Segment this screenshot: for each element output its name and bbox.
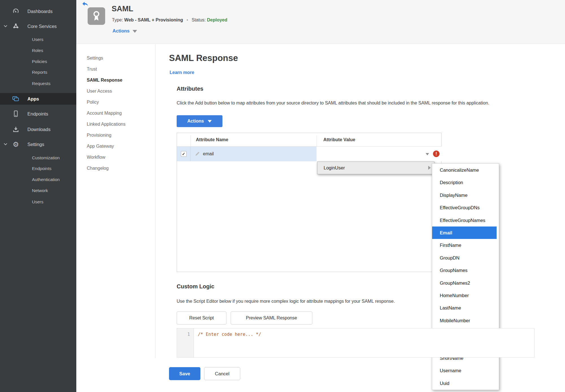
type-value: Web - SAML + Provisioning — [124, 18, 183, 22]
sidebar-item-authentication[interactable]: Authentication — [0, 175, 76, 184]
menu-item-groupdn[interactable]: GroupDN — [432, 252, 499, 264]
save-button[interactable]: Save — [169, 367, 200, 380]
sidebar-item-core-services[interactable]: Core Services — [0, 22, 76, 31]
custom-logic-description: Use the Script Editor below if you requi… — [177, 299, 395, 304]
sidebar: Dashboards Core Services Users Roles Pol… — [0, 0, 76, 392]
tab-trust[interactable]: Trust — [87, 64, 125, 75]
section-title: SAML Response — [169, 53, 238, 63]
sidebar-item-policies[interactable]: Policies — [0, 57, 76, 66]
learn-more-link[interactable]: Learn more — [170, 70, 194, 75]
reset-script-button[interactable]: Reset Script — [177, 312, 226, 325]
gauge-icon — [12, 7, 20, 15]
table-header: Attribute Name Attribute Value — [177, 133, 441, 147]
sidebar-item-downloads[interactable]: Downloads — [0, 125, 76, 134]
custom-logic-heading: Custom Logic — [177, 283, 214, 290]
menu-item-mobilenumber[interactable]: MobileNumber — [432, 314, 499, 327]
sidebar-item-settings[interactable]: ⚙ Settings — [0, 140, 76, 149]
caret-down-icon — [208, 120, 212, 123]
attributes-table: Attribute Name Attribute Value ✓ email ! — [177, 133, 441, 272]
sidebar-item-network[interactable]: Network — [0, 186, 76, 195]
attributes-description: Click the Add button below to map attrib… — [177, 101, 489, 106]
download-icon — [12, 125, 20, 133]
saml-app-icon — [88, 7, 105, 25]
sidebar-item-customization[interactable]: Customization — [0, 153, 76, 162]
cancel-button[interactable]: Cancel — [204, 367, 240, 380]
menu-item-firstname[interactable]: FirstName — [432, 239, 499, 251]
row-checkbox[interactable]: ✓ — [181, 151, 187, 157]
preview-saml-response-button[interactable]: Preview SAML Response — [231, 312, 312, 325]
column-header-attribute-name[interactable]: Attribute Name — [196, 133, 228, 147]
tab-linked-applications[interactable]: Linked Applications — [87, 119, 125, 130]
error-icon: ! — [433, 151, 440, 157]
loginuser-menu-item[interactable]: LoginUser — [317, 162, 434, 174]
sidebar-item-dashboards[interactable]: Dashboards — [0, 7, 76, 16]
gear-icon: ⚙ — [12, 140, 20, 148]
app-header: SAML Type: Web - SAML + Provisioning • S… — [76, 0, 565, 44]
sidebar-item-endpoints[interactable]: Endpoints — [0, 109, 76, 118]
menu-item-username[interactable]: Username — [432, 364, 499, 377]
table-row: ✓ email ! — [177, 147, 441, 161]
mobile-device-icon — [12, 110, 20, 118]
submenu-arrow-icon — [428, 166, 431, 170]
editor-code[interactable]: /* Enter code here... */ — [198, 330, 261, 338]
admin-portal: Dashboards Core Services Users Roles Pol… — [0, 0, 565, 392]
tab-changelog[interactable]: Changelog — [87, 163, 125, 174]
menu-item-groupnames2[interactable]: GroupNames2 — [432, 277, 499, 289]
editor-gutter: 1 — [177, 328, 194, 357]
menu-item-canonicalizename[interactable]: CanonicalizeName — [432, 164, 499, 176]
sidebar-item-settings-endpoints[interactable]: Endpoints — [0, 164, 76, 173]
back-arrow-icon[interactable] — [81, 1, 89, 7]
sidebar-item-roles[interactable]: Roles — [0, 46, 76, 55]
menu-item-displayname[interactable]: DisplayName — [432, 189, 499, 201]
header-actions-dropdown[interactable]: Actions — [112, 28, 137, 34]
menu-item-description[interactable]: Description — [432, 176, 499, 189]
script-editor[interactable]: 1 /* Enter code here... */ — [177, 328, 534, 358]
menu-item-lastname[interactable]: LastName — [432, 302, 499, 314]
menu-item-groupnames[interactable]: GroupNames — [432, 264, 499, 276]
menu-item-email[interactable]: Email — [432, 227, 497, 239]
edit-pencil-icon[interactable] — [194, 151, 200, 157]
sidebar-item-requests[interactable]: Requests — [0, 79, 76, 88]
divider — [155, 44, 155, 358]
tab-saml-response[interactable]: SAML Response — [87, 75, 125, 86]
core-services-icon — [12, 22, 20, 30]
separator: • — [187, 18, 188, 22]
chevron-down-icon — [3, 142, 8, 147]
column-header-attribute-value[interactable]: Attribute Value — [323, 133, 355, 147]
caret-down-icon — [133, 30, 137, 33]
line-number: 1 — [177, 330, 194, 338]
status-label: Status: — [192, 18, 206, 22]
tab-policy[interactable]: Policy — [87, 97, 125, 108]
apps-icon — [12, 95, 20, 103]
type-label: Type: — [112, 18, 123, 22]
page-title: SAML — [112, 5, 133, 13]
attribute-name-value: email — [203, 151, 214, 156]
tab-settings[interactable]: Settings — [87, 53, 125, 64]
sidebar-item-label: Apps — [27, 96, 39, 102]
status-badge: Deployed — [207, 18, 227, 22]
sidebar-item-reports[interactable]: Reports — [0, 68, 76, 77]
menu-item-effectivegroupnames[interactable]: EffectiveGroupNames — [432, 214, 499, 227]
chevron-down-icon — [3, 24, 8, 29]
sidebar-item-apps[interactable]: Apps — [0, 93, 76, 105]
attribute-value-dropdown[interactable] — [317, 147, 441, 161]
menu-item-uuid[interactable]: Uuid — [432, 377, 499, 389]
tab-app-gateway[interactable]: App Gateway — [87, 141, 125, 152]
tab-user-access[interactable]: User Access — [87, 86, 125, 97]
app-section-nav: Settings Trust SAML Response User Access… — [87, 53, 125, 174]
tab-provisioning[interactable]: Provisioning — [87, 130, 125, 141]
sidebar-item-label: Dashboards — [27, 9, 53, 14]
tab-workflow[interactable]: Workflow — [87, 152, 125, 163]
sidebar-item-label: Core Services — [27, 24, 57, 29]
menu-item-effectivegroupdns[interactable]: EffectiveGroupDNs — [432, 201, 499, 214]
app-meta: Type: Web - SAML + Provisioning • Status… — [112, 18, 227, 23]
menu-item-homenumber[interactable]: HomeNumber — [432, 289, 499, 302]
tab-account-mapping[interactable]: Account Mapping — [87, 108, 125, 119]
attributes-heading: Attributes — [177, 86, 203, 92]
attributes-actions-button[interactable]: Actions — [177, 115, 222, 127]
sidebar-item-users[interactable]: Users — [0, 35, 76, 44]
sidebar-item-settings-users[interactable]: Users — [0, 197, 76, 206]
caret-down-icon — [426, 153, 429, 155]
